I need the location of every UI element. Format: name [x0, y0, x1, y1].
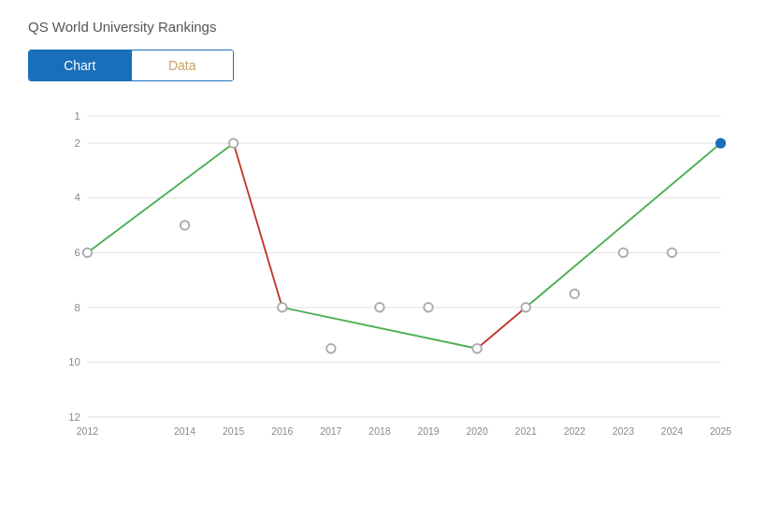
svg-text:2017: 2017	[320, 426, 341, 437]
svg-text:2025: 2025	[710, 426, 731, 437]
chart-svg: 1246810122012201420152016201720182019202…	[61, 100, 730, 446]
svg-point-41	[571, 289, 579, 297]
svg-point-42	[619, 249, 628, 257]
svg-text:2015: 2015	[223, 426, 244, 437]
svg-text:10: 10	[68, 356, 80, 367]
svg-point-39	[472, 344, 481, 352]
svg-text:2: 2	[75, 137, 80, 149]
y-axis	[28, 100, 56, 474]
tab-bar: Chart Data	[28, 50, 234, 81]
chart-area: 1246810122012201420152016201720182019202…	[61, 100, 730, 446]
svg-text:2020: 2020	[467, 426, 488, 437]
svg-text:8: 8	[75, 302, 80, 313]
tab-data[interactable]: Data	[131, 50, 234, 80]
svg-text:1: 1	[75, 110, 80, 122]
svg-line-28	[234, 143, 282, 308]
svg-line-30	[477, 308, 526, 349]
svg-text:2019: 2019	[417, 426, 439, 437]
svg-text:2012: 2012	[77, 426, 98, 437]
svg-point-34	[229, 138, 238, 147]
svg-point-37	[375, 303, 383, 311]
svg-point-33	[181, 221, 189, 229]
svg-text:2016: 2016	[271, 426, 293, 437]
svg-text:6: 6	[75, 247, 80, 258]
svg-point-40	[521, 303, 529, 311]
svg-text:12: 12	[68, 411, 80, 423]
svg-point-36	[326, 344, 335, 352]
svg-text:2022: 2022	[564, 426, 585, 437]
svg-text:2014: 2014	[174, 426, 195, 437]
svg-point-38	[424, 303, 432, 311]
page: QS World University Rankings Chart Data …	[0, 0, 766, 493]
svg-point-35	[278, 303, 286, 311]
page-title: QS World University Rankings	[28, 19, 738, 35]
svg-point-44	[716, 138, 725, 147]
x-axis	[61, 451, 730, 474]
svg-text:2018: 2018	[369, 426, 390, 437]
svg-point-32	[83, 249, 92, 257]
svg-line-31	[526, 143, 720, 308]
svg-text:4: 4	[75, 193, 80, 204]
svg-text:2021: 2021	[515, 426, 537, 437]
svg-text:2023: 2023	[613, 426, 634, 437]
svg-text:2024: 2024	[661, 426, 683, 437]
chart-container: 1246810122012201420152016201720182019202…	[28, 100, 739, 474]
svg-point-43	[668, 249, 676, 257]
svg-line-29	[282, 308, 477, 349]
tab-chart[interactable]: Chart	[29, 50, 131, 80]
